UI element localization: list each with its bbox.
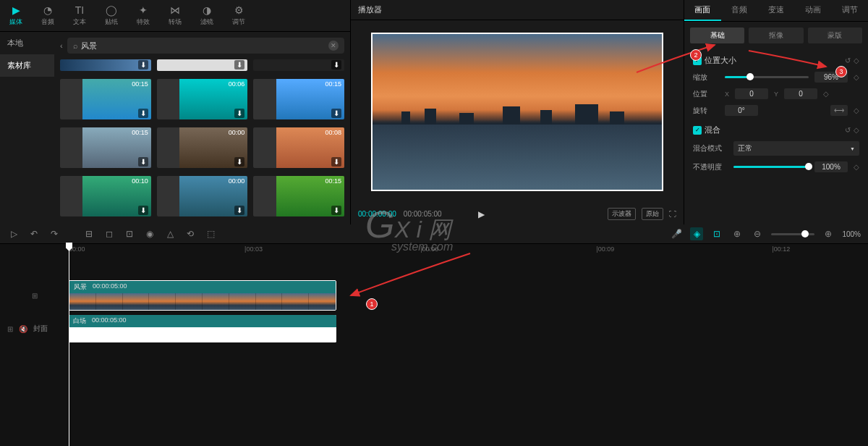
play-button[interactable]: ▶ — [478, 209, 485, 219]
tab-audio[interactable]: 音频 — [721, 0, 758, 21]
subtab-cutout[interactable]: 抠像 — [749, 28, 803, 43]
property-tabs: 画面 音频 变速 动画 调节 — [684, 0, 868, 22]
reset-icon[interactable]: ↺ — [845, 56, 851, 64]
reverse-icon[interactable]: ◉ — [143, 229, 156, 239]
mute-icon[interactable]: 🔇 — [19, 325, 27, 333]
original-button[interactable]: 原始 — [642, 208, 663, 220]
blend-checkbox[interactable]: ✓ — [693, 126, 702, 135]
thumb-item[interactable]: 00:06⬇ — [157, 79, 248, 119]
tool-sticker[interactable]: ◯贴纸 — [95, 0, 127, 31]
download-icon[interactable]: ⬇ — [234, 157, 244, 167]
tab-picture[interactable]: 画面 — [684, 0, 721, 21]
download-icon[interactable]: ⬇ — [331, 206, 341, 215]
keyframe-icon[interactable]: ◇ — [854, 106, 859, 114]
playhead[interactable] — [69, 244, 69, 446]
thumb-item[interactable]: 00:00⬇ — [157, 176, 248, 216]
tab-animation[interactable]: 动画 — [794, 0, 831, 21]
track-toggle-icon[interactable]: ⊞ — [32, 292, 38, 300]
thumb-item[interactable]: 00:08⬇ — [253, 127, 344, 168]
align-icon[interactable]: ⊕ — [731, 229, 744, 239]
blend-mode-select[interactable]: 正常 ▼ — [733, 141, 859, 156]
position-y-input[interactable] — [784, 88, 817, 99]
preview-canvas[interactable] — [371, 33, 664, 191]
flip-h-icon[interactable]: ⟷ — [830, 105, 848, 116]
undo-icon[interactable]: ↶ — [27, 229, 41, 239]
rotate-input[interactable] — [725, 105, 758, 116]
link-icon[interactable]: ⊡ — [710, 229, 723, 239]
thumb-item[interactable]: 00:15⬇ — [253, 176, 344, 216]
thumb-item[interactable]: 00:00⬇ — [157, 127, 248, 168]
tool-audio[interactable]: ◔音频 — [32, 0, 64, 31]
thumb-item[interactable]: 00:15⬇ — [253, 79, 344, 119]
sidebar-local[interactable]: 本地 — [0, 32, 54, 54]
search-clear-icon[interactable]: ✕ — [328, 41, 339, 51]
rotate-icon[interactable]: ⟲ — [184, 229, 197, 239]
download-icon[interactable]: ⬇ — [234, 60, 244, 70]
scale-slider[interactable] — [725, 76, 809, 78]
crop-icon[interactable]: ◻ — [103, 229, 116, 239]
keyframe-icon[interactable]: ◇ — [854, 56, 859, 64]
media-panel: ▶媒体 ◔音频 TI文本 ◯贴纸 ✦特效 ⋈转场 ◑滤镜 ⚙调节 本地 素材库 … — [0, 0, 351, 224]
position-size-checkbox[interactable]: ✓ — [693, 56, 702, 65]
fullscreen-icon[interactable]: ⛶ — [669, 210, 676, 218]
mic-icon[interactable]: 🎤 — [670, 229, 683, 239]
tool-filter[interactable]: ◑滤镜 — [191, 0, 223, 31]
redo-icon[interactable]: ↷ — [48, 229, 61, 239]
download-icon[interactable]: ⬇ — [234, 109, 244, 118]
scale-input[interactable] — [814, 72, 848, 83]
mirror-icon[interactable]: △ — [163, 229, 176, 239]
thumb-item[interactable]: 00:15⬇ — [60, 79, 151, 119]
scope-button[interactable]: 示波器 — [608, 208, 636, 220]
subtab-basic[interactable]: 基础 — [690, 28, 744, 43]
sub-tabs: 基础 抠像 蒙版 — [684, 22, 868, 49]
tab-adjust[interactable]: 调节 — [831, 0, 868, 21]
keyframe-icon[interactable]: ◇ — [823, 90, 829, 98]
download-icon[interactable]: ⬇ — [138, 60, 148, 70]
position-x-input[interactable] — [735, 88, 768, 99]
rotate-label: 旋转 — [693, 106, 719, 116]
tool-adjust[interactable]: ⚙调节 — [223, 0, 255, 31]
download-icon[interactable]: ⬇ — [331, 60, 341, 70]
split-icon[interactable]: ⊟ — [82, 229, 95, 239]
search-box[interactable]: ⌕ ✕ — [67, 38, 344, 54]
frame-icon[interactable]: ⊡ — [123, 229, 136, 239]
thumb-item[interactable]: ⬇ — [157, 59, 248, 71]
opacity-slider[interactable] — [733, 166, 809, 168]
search-back-icon[interactable]: ‹ — [60, 41, 63, 50]
keyframe-icon[interactable]: ◇ — [854, 163, 859, 171]
cursor-tool[interactable]: ▷ — [7, 229, 20, 239]
white-clip[interactable]: 白场00:00:05:00 — [69, 315, 336, 342]
video-clip[interactable]: 风景00:00:05:00 — [69, 280, 336, 311]
opacity-input[interactable] — [814, 161, 848, 172]
tool-text[interactable]: TI文本 — [64, 0, 95, 31]
thumb-item[interactable]: 00:15⬇ — [60, 127, 151, 168]
download-icon[interactable]: ⬇ — [331, 157, 341, 167]
tab-speed[interactable]: 变速 — [758, 0, 795, 21]
timeline-ruler[interactable]: 00:00 |00:03 |00:06 |00:09 |00:12 — [69, 244, 868, 258]
thumb-item[interactable]: ⬇ — [253, 59, 344, 71]
thumb-item[interactable]: ⬇ — [60, 59, 151, 71]
keyframe-icon[interactable]: ◇ — [854, 126, 859, 134]
download-icon[interactable]: ⬇ — [234, 206, 244, 215]
tool-transition[interactable]: ⋈转场 — [159, 0, 191, 31]
search-input[interactable] — [81, 41, 328, 50]
track-toggle-icon[interactable]: ⊞ — [7, 325, 13, 333]
zoom-in-icon[interactable]: ⊕ — [822, 229, 835, 239]
position-label: 位置 — [693, 89, 719, 99]
sidebar-library[interactable]: 素材库 — [0, 54, 54, 77]
subtab-mask[interactable]: 蒙版 — [808, 28, 862, 43]
download-icon[interactable]: ⬇ — [331, 109, 341, 118]
keyframe-icon[interactable]: ◇ — [854, 73, 859, 81]
zoom-slider[interactable] — [771, 233, 814, 235]
download-icon[interactable]: ⬇ — [138, 109, 148, 118]
zoom-out-icon[interactable]: ⊖ — [751, 229, 764, 239]
download-icon[interactable]: ⬇ — [138, 206, 148, 215]
tool-media[interactable]: ▶媒体 — [0, 0, 32, 31]
properties-panel: 画面 音频 变速 动画 调节 基础 抠像 蒙版 ✓ 位置大小 ↺ ◇ — [684, 0, 868, 224]
reset-icon[interactable]: ↺ — [845, 126, 851, 134]
crop2-icon[interactable]: ⬚ — [204, 229, 217, 239]
tool-effect[interactable]: ✦特效 — [127, 0, 159, 31]
thumb-item[interactable]: 00:10⬇ — [60, 176, 151, 216]
auto-icon[interactable]: ◈ — [690, 227, 703, 240]
download-icon[interactable]: ⬇ — [138, 157, 148, 167]
